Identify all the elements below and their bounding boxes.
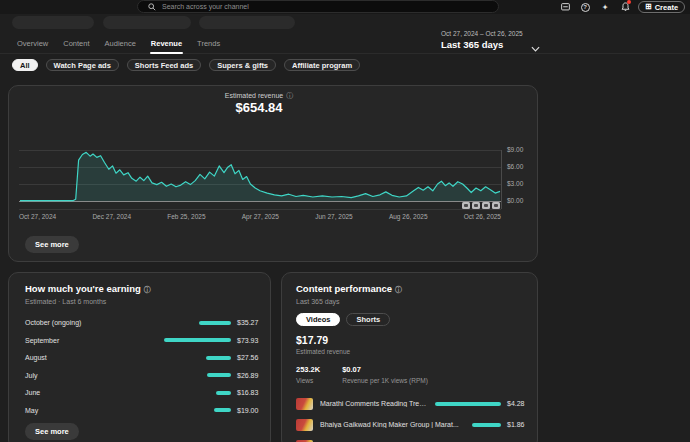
earnings-bar xyxy=(207,373,231,377)
earnings-value: $35.27 xyxy=(237,319,264,326)
content-card-subtitle: Last 365 days xyxy=(296,298,340,305)
revenue-line-chart xyxy=(19,144,501,202)
y-tick-label: $6.00 xyxy=(507,164,523,171)
info-icon[interactable]: ⓘ xyxy=(286,92,293,99)
see-more-button[interactable]: See more xyxy=(25,423,79,440)
search-input[interactable]: Search across your channel xyxy=(137,0,499,13)
redacted-block-1 xyxy=(12,16,94,29)
earnings-card-subtitle: Estimated · Last 6 months xyxy=(25,298,106,305)
video-row[interactable]: Marathi Comments Reading Trending Mar...… xyxy=(296,393,531,414)
revenue-source-filters: AllWatch Page adsShorts Feed adsSupers &… xyxy=(12,59,360,71)
earnings-bar xyxy=(164,338,231,342)
video-thumbnail xyxy=(296,419,313,431)
x-axis-labels: Oct 27, 2024Dec 27, 2024Feb 25, 2025Apr … xyxy=(19,213,501,220)
y-tick-label: $9.00 xyxy=(507,147,523,154)
analytics-tabs: OverviewContentAudienceRevenueTrends xyxy=(17,33,220,53)
filter-chip-watch-page-ads[interactable]: Watch Page ads xyxy=(46,59,119,71)
earnings-bar xyxy=(206,356,231,360)
earnings-row: May$19.00 xyxy=(25,402,264,420)
filter-chip-shorts-feed-ads[interactable]: Shorts Feed ads xyxy=(127,59,201,71)
tab-content[interactable]: Content xyxy=(63,39,89,48)
revenue-line-series xyxy=(19,144,501,204)
earnings-row: August$27.56 xyxy=(25,349,264,367)
video-revenue-value: $4.28 xyxy=(507,400,531,407)
stat-value: 253.2K xyxy=(296,365,320,374)
earnings-card-title: How much you're earningⓘ xyxy=(25,283,151,295)
x-tick-label: Dec 27, 2024 xyxy=(92,213,131,220)
x-tick-label: Apr 27, 2025 xyxy=(242,213,279,220)
video-row[interactable]: Bhaiya Gaikwad King Maker Group | Marat.… xyxy=(296,435,531,442)
stat-label: Revenue per 1K views (RPM) xyxy=(342,377,428,384)
content-stats: 253.2KViews$0.07Revenue per 1K views (RP… xyxy=(296,365,428,384)
estimated-revenue-chart-card: Estimated revenueⓘ $654.84 $9.00$6.00$3.… xyxy=(8,85,538,262)
redacted-block-2 xyxy=(103,16,191,29)
date-range-selector[interactable]: Oct 27, 2024 – Oct 26, 2025 Last 365 day… xyxy=(441,30,523,50)
y-tick-label: $0.00 xyxy=(507,198,523,205)
video-marker-icon[interactable] xyxy=(482,202,490,209)
filter-chip-all[interactable]: All xyxy=(12,59,38,71)
search-placeholder: Search across your channel xyxy=(162,3,249,10)
filter-chip-supers-gifts[interactable]: Supers & gifts xyxy=(209,59,276,71)
metric-value: $654.84 xyxy=(9,100,509,115)
content-performance-card: Content performanceⓘ Last 365 days Video… xyxy=(281,272,538,442)
earnings-value: $27.56 xyxy=(237,354,264,361)
stat-block: $0.07Revenue per 1K views (RPM) xyxy=(342,365,428,384)
sparkle-icon[interactable]: ✦ xyxy=(599,1,611,13)
toggle-videos[interactable]: Videos xyxy=(296,313,340,326)
tab-revenue[interactable]: Revenue xyxy=(151,39,182,48)
tab-trends[interactable]: Trends xyxy=(197,39,220,48)
help-icon[interactable]: ? xyxy=(579,1,591,13)
earnings-month-label: May xyxy=(25,407,214,414)
x-tick-label: Aug 26, 2025 xyxy=(389,213,428,220)
create-button[interactable]: ⊞ Create xyxy=(638,1,685,13)
see-more-button[interactable]: See more xyxy=(25,236,79,253)
top-app-bar: Search across your channel ? ✦ ⊞ Create xyxy=(0,0,690,14)
x-tick-label: Feb 25, 2025 xyxy=(167,213,205,220)
tab-overview[interactable]: Overview xyxy=(17,39,48,48)
feedback-icon[interactable] xyxy=(559,1,571,13)
earnings-value: $16.83 xyxy=(237,389,264,396)
earnings-bar xyxy=(216,391,231,395)
monthly-earnings-list: October (ongoing)$35.27September$73.93Au… xyxy=(25,314,264,419)
top-videos-list: Marathi Comments Reading Trending Mar...… xyxy=(296,393,531,442)
video-marker-icon[interactable] xyxy=(462,202,470,209)
notification-badge xyxy=(627,0,631,4)
marker-lane-divider xyxy=(19,209,501,210)
video-revenue-value: $1.86 xyxy=(507,421,531,428)
content-revenue-value: $17.79 xyxy=(296,334,328,346)
analytics-tabs-bar: OverviewContentAudienceRevenueTrends xyxy=(0,33,690,54)
x-tick-label: Jun 27, 2025 xyxy=(315,213,353,220)
earnings-bar xyxy=(199,321,231,325)
notifications-bell-icon[interactable] xyxy=(619,1,631,13)
chevron-down-icon[interactable] xyxy=(531,38,540,56)
create-button-label: Create xyxy=(655,3,678,12)
date-range-label: Last 365 days xyxy=(441,39,523,50)
date-range-text: Oct 27, 2024 – Oct 26, 2025 xyxy=(441,30,523,37)
info-icon[interactable]: ⓘ xyxy=(395,286,402,293)
redacted-block-3 xyxy=(199,16,295,29)
tab-audience[interactable]: Audience xyxy=(105,39,136,48)
video-row[interactable]: Bhaiya Gaikwad King Maker Group | Marat.… xyxy=(296,414,531,435)
video-title: Bhaiya Gaikwad King Maker Group | Marat.… xyxy=(320,421,472,428)
earnings-month-label: August xyxy=(25,354,206,361)
earnings-row: October (ongoing)$35.27 xyxy=(25,314,264,332)
content-revenue-label: Estimated revenue xyxy=(296,348,350,355)
stat-block: 253.2KViews xyxy=(296,365,320,384)
video-revenue-bar xyxy=(472,423,501,427)
earnings-bar xyxy=(214,408,231,412)
video-revenue-bar xyxy=(435,402,501,406)
info-icon[interactable]: ⓘ xyxy=(144,286,151,293)
video-marker-icon[interactable] xyxy=(472,202,480,209)
earnings-card: How much you're earningⓘ Estimated · Las… xyxy=(8,272,271,442)
stat-value: $0.07 xyxy=(342,365,428,374)
filter-chip-affiliate-program[interactable]: Affiliate program xyxy=(284,59,360,71)
create-plus-icon: ⊞ xyxy=(645,3,652,11)
x-tick-label: Oct 27, 2024 xyxy=(19,213,56,220)
video-thumbnail xyxy=(296,398,313,410)
toggle-shorts[interactable]: Shorts xyxy=(346,313,390,326)
content-card-title: Content performanceⓘ xyxy=(296,283,402,295)
video-marker-icon[interactable] xyxy=(492,202,500,209)
earnings-month-label: June xyxy=(25,389,216,396)
x-tick-label: Oct 26, 2025 xyxy=(464,213,501,220)
earnings-value: $19.00 xyxy=(237,407,264,414)
